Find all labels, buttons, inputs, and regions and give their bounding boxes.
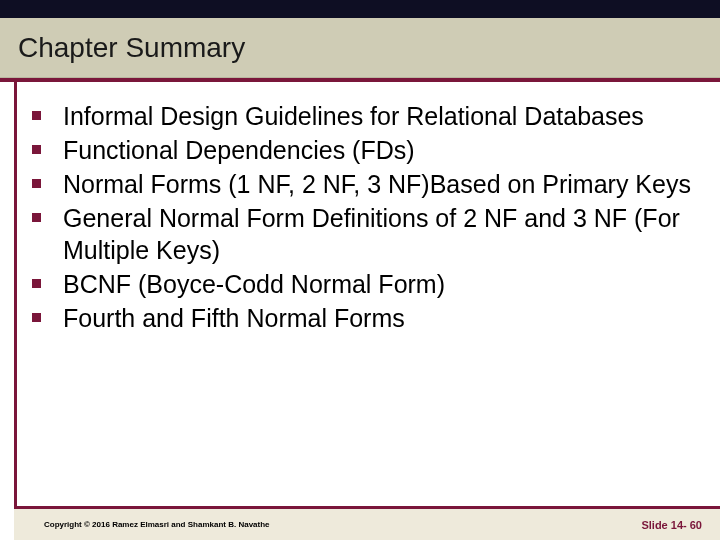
list-item: Fourth and Fifth Normal Forms (28, 302, 700, 334)
list-item: Informal Design Guidelines for Relationa… (28, 100, 700, 132)
accent-rule (0, 78, 720, 82)
bullet-text: Functional Dependencies (FDs) (63, 134, 415, 166)
footer-bar: Copyright © 2016 Ramez Elmasri and Shamk… (14, 506, 720, 540)
bullet-icon (32, 213, 41, 222)
bullet-text: BCNF (Boyce-Codd Normal Form) (63, 268, 445, 300)
bullet-icon (32, 313, 41, 322)
left-rule (14, 82, 17, 506)
list-item: Normal Forms (1 NF, 2 NF, 3 NF)Based on … (28, 168, 700, 200)
bullet-icon (32, 111, 41, 120)
bullet-text: Informal Design Guidelines for Relationa… (63, 100, 644, 132)
slide: Chapter Summary Informal Design Guidelin… (0, 0, 720, 540)
slide-number: Slide 14- 60 (641, 519, 702, 531)
bullet-text: General Normal Form Definitions of 2 NF … (63, 202, 700, 266)
content-area: Informal Design Guidelines for Relationa… (28, 100, 700, 336)
list-item: BCNF (Boyce-Codd Normal Form) (28, 268, 700, 300)
bullet-icon (32, 279, 41, 288)
title-strip: Chapter Summary (0, 18, 720, 78)
bullet-text: Normal Forms (1 NF, 2 NF, 3 NF)Based on … (63, 168, 691, 200)
bullet-icon (32, 145, 41, 154)
list-item: Functional Dependencies (FDs) (28, 134, 700, 166)
copyright-text: Copyright © 2016 Ramez Elmasri and Shamk… (44, 520, 270, 529)
list-item: General Normal Form Definitions of 2 NF … (28, 202, 700, 266)
bullet-text: Fourth and Fifth Normal Forms (63, 302, 405, 334)
top-bar (0, 0, 720, 18)
slide-title: Chapter Summary (18, 32, 245, 64)
bullet-icon (32, 179, 41, 188)
